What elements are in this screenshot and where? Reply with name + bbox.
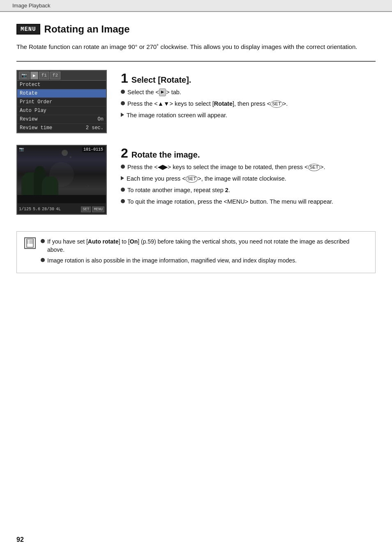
bullet-circle-icon — [121, 90, 125, 94]
lcd-status-bar: 1/125 5.6 28/30 4L SET MENU — [17, 203, 106, 215]
note-bullet-circle — [41, 239, 45, 243]
note-bullets: If you have set [Auto rotate] to [On] (p… — [41, 237, 368, 265]
step-1-bullets: Select the <▶> tab. Press the <▲▼> keys … — [121, 88, 376, 120]
step-1-title: Select [Rotate]. — [131, 75, 191, 85]
note-bullet-2: Image rotation is also possible in the i… — [41, 256, 368, 265]
step-2-header: 2 Rotate the image. — [121, 146, 376, 160]
bullet-circle-icon — [121, 165, 125, 169]
lcd-menu-item-rotate: Rotate — [17, 89, 106, 98]
breadcrumb: Image Playback — [0, 0, 392, 12]
intro-text: The Rotate function can rotate an image … — [16, 42, 376, 52]
note-box: If you have set [Auto rotate] to [On] (p… — [16, 231, 376, 274]
lcd-menu-items: Protect Rotate Print Order Auto Play Rev — [17, 81, 106, 132]
lr-arrow-keys: ◀▶ — [158, 163, 168, 172]
lcd-image-screen: 1/125 5.6 28/30 4L SET MENU 101-0115 📷 — [16, 145, 107, 215]
step-2-number: 2 — [121, 146, 128, 160]
bullet-circle-icon — [121, 188, 125, 192]
page-number: 92 — [16, 536, 24, 543]
play-key: ▶ — [159, 88, 166, 96]
set-key: SET — [270, 100, 282, 108]
lcd-file-number: 101-0115 — [82, 147, 104, 152]
step-2-content: 2 Rotate the image. Press the <◀▶> keys … — [121, 145, 376, 209]
landscape-preview — [17, 146, 106, 203]
lcd-aperture-value: 5.6 — [33, 207, 40, 211]
lcd-tab-play: ▶ — [30, 72, 38, 79]
lcd-tab-bar: 📷 ▶ f1 f2 — [17, 71, 106, 81]
step-2-row: 1/125 5.6 28/30 4L SET MENU 101-0115 📷 — [16, 145, 376, 215]
lcd-tab-f2: f2 — [50, 72, 60, 79]
section-divider — [16, 61, 376, 62]
step-1-bullet-2: Press the <▲▼> keys to select [Rotate], … — [121, 100, 376, 108]
set-key-2: SET — [308, 164, 320, 171]
page-title: Rotating an Image — [44, 23, 130, 35]
note-icon — [24, 237, 36, 249]
lcd-menu-button: MENU — [92, 207, 104, 212]
bullet-circle-icon — [121, 101, 125, 105]
lcd-menu-panel: 📷 ▶ f1 f2 Protect Rotate Print Ord — [16, 70, 111, 133]
lcd-image-canvas — [17, 146, 106, 203]
step-2-bullets: Press the <◀▶> keys to select the image … — [121, 163, 376, 206]
bullet-circle-icon — [121, 199, 125, 203]
step-1-bullet-1: Select the <▶> tab. — [121, 88, 376, 97]
note-bullet-1: If you have set [Auto rotate] to [On] (p… — [41, 237, 368, 254]
step-1-content: 1 Select [Rotate]. Select the <▶> tab. P… — [121, 70, 376, 123]
lcd-menu-item-reviewtime: Review time 2 sec. — [17, 124, 106, 132]
lcd-menu-item-printorder: Print Order — [17, 98, 106, 107]
bullet-triangle-icon — [121, 113, 124, 117]
step-1-row: 📷 ▶ f1 f2 Protect Rotate Print Ord — [16, 70, 376, 133]
lcd-camera-icon: 📷 — [19, 147, 24, 151]
lcd-image-panel: 1/125 5.6 28/30 4L SET MENU 101-0115 📷 — [16, 145, 111, 215]
section-title: MENU Rotating an Image — [16, 23, 376, 35]
step-2-bullet-3: To rotate another image, repeat step 2. — [121, 186, 376, 195]
step-1-header: 1 Select [Rotate]. — [121, 72, 376, 85]
step-1-bullet-3: The image rotation screen will appear. — [121, 111, 376, 120]
lcd-menu-screen: 📷 ▶ f1 f2 Protect Rotate Print Ord — [16, 70, 107, 133]
step-2-bullet-1: Press the <◀▶> keys to select the image … — [121, 163, 376, 172]
note-bullet-circle-2 — [41, 258, 45, 262]
lcd-status-right: SET MENU — [81, 207, 104, 212]
set-key-3: SET — [186, 175, 198, 183]
bullet-triangle-icon — [121, 176, 124, 180]
step-2-title: Rotate the image. — [131, 150, 200, 160]
lcd-tab-f1: f1 — [39, 72, 49, 79]
step-1-number: 1 — [121, 72, 128, 85]
lcd-frame-count: 28/30 — [42, 207, 54, 211]
lcd-quality: 4L — [56, 207, 61, 211]
lcd-tab-camera: 📷 — [19, 72, 30, 79]
note-svg-icon — [26, 239, 34, 248]
step-2-bullet-2: Each time you press <SET>, the image wil… — [121, 174, 376, 183]
lcd-shutter-value: 1/125 — [19, 207, 31, 211]
menu-badge: MENU — [16, 24, 40, 35]
step-2-bullet-4: To quit the image rotation, press the <M… — [121, 197, 376, 206]
arrow-keys: ▲▼ — [158, 100, 170, 108]
steps-container: 📷 ▶ f1 f2 Protect Rotate Print Ord — [16, 70, 376, 215]
note-content: If you have set [Auto rotate] to [On] (p… — [41, 237, 368, 267]
lcd-menu-item-autoplay: Auto Play — [17, 107, 106, 115]
lcd-menu-item-review: Review On — [17, 115, 106, 124]
lcd-set-button: SET — [81, 207, 91, 212]
lcd-menu-item-protect: Protect — [17, 81, 106, 89]
